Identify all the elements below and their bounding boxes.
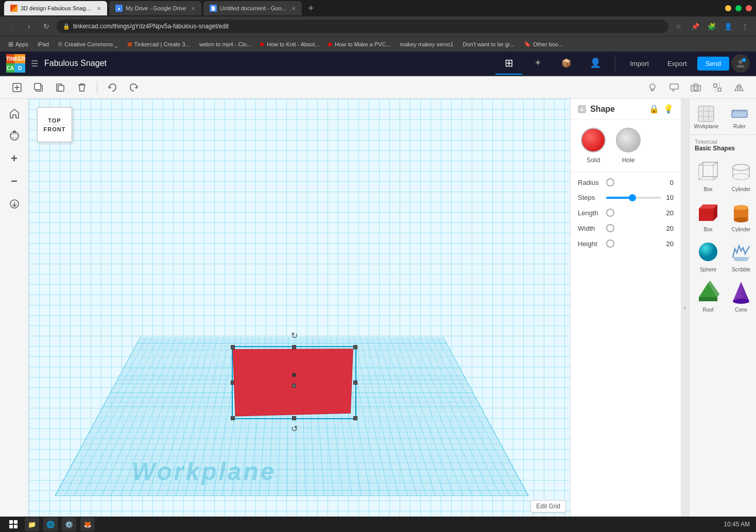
tab-grid-view[interactable]: ⊞ bbox=[495, 52, 522, 75]
undo-button[interactable] bbox=[104, 79, 121, 96]
tinkercad-logo[interactable]: TIN KER CA D bbox=[6, 54, 25, 73]
shape-cylinder-wireframe[interactable]: Cylinder bbox=[726, 156, 756, 194]
profile-button[interactable]: 👤 bbox=[721, 19, 735, 33]
taskbar-folder[interactable]: 📁 bbox=[25, 517, 39, 531]
taskbar-app4[interactable]: 🦊 bbox=[80, 517, 95, 531]
orbit-button[interactable] bbox=[4, 126, 25, 146]
shape-center-square[interactable] bbox=[292, 384, 296, 388]
tab-drive[interactable]: ▲ My Drive - Google Drive ✕ bbox=[109, 1, 201, 15]
ruler-item[interactable]: Ruler bbox=[723, 101, 757, 132]
delete-button[interactable] bbox=[73, 79, 91, 96]
export-button[interactable]: Export bbox=[659, 57, 695, 71]
red-box-shape[interactable] bbox=[232, 349, 353, 417]
shape-box-solid[interactable]: Box bbox=[693, 196, 724, 234]
align-button[interactable] bbox=[709, 79, 726, 96]
start-button[interactable] bbox=[6, 517, 21, 531]
ruler-item-label: Ruler bbox=[733, 124, 746, 129]
rotate-handle-top[interactable]: ↻ bbox=[291, 331, 298, 340]
svg-rect-14 bbox=[714, 84, 717, 87]
close-button[interactable] bbox=[746, 5, 752, 11]
solid-option[interactable]: Solid bbox=[581, 128, 606, 164]
redo-button[interactable] bbox=[125, 79, 143, 96]
taskbar-chrome[interactable]: 🌐 bbox=[43, 517, 58, 531]
extensions-puzzle[interactable]: 🧩 bbox=[705, 19, 719, 33]
tab-drive-close[interactable]: ✕ bbox=[191, 6, 195, 11]
bookmark-pvc[interactable]: ▶ How to Make a PVC... bbox=[324, 40, 394, 48]
grid-view-icon: ⊞ bbox=[505, 57, 513, 69]
new-shape-button[interactable] bbox=[8, 79, 26, 96]
shape-sphere[interactable]: Sphere bbox=[693, 236, 724, 274]
minimize-button[interactable] bbox=[725, 5, 731, 11]
shape-selection-box[interactable] bbox=[235, 349, 353, 416]
cylinder-wireframe-icon bbox=[728, 158, 754, 185]
workplane-item[interactable]: Workplane bbox=[690, 101, 723, 132]
height-radio[interactable] bbox=[606, 239, 614, 248]
svg-line-39 bbox=[699, 162, 703, 165]
menu-button[interactable]: ⋮ bbox=[737, 19, 752, 33]
steps-control[interactable] bbox=[606, 197, 661, 199]
mirror-button[interactable] bbox=[730, 79, 748, 96]
width-radio[interactable] bbox=[606, 224, 614, 232]
maximize-button[interactable] bbox=[735, 5, 742, 11]
viewport[interactable]: Workplane ↻ bbox=[29, 99, 570, 517]
panel-collapse-button[interactable]: › bbox=[681, 99, 689, 517]
camera-view-button[interactable] bbox=[687, 79, 705, 96]
zoom-out-button[interactable]: − bbox=[4, 171, 25, 192]
shape-scribble[interactable]: Scribble bbox=[726, 236, 756, 274]
bookmark-pvc-label: How to Make a PVC... bbox=[335, 41, 390, 47]
bookmark-other[interactable]: 🔖 Other boo... bbox=[520, 40, 567, 48]
bookmark-tinkercad[interactable]: ▣ Tinkercad | Create 3... bbox=[123, 40, 194, 48]
tab-tinkercad-close[interactable]: ✕ bbox=[97, 6, 101, 11]
address-bar[interactable]: 🔒 tinkercad.com/things/gYdz4PNpv5a-fabul… bbox=[57, 20, 668, 33]
bookmark-makey[interactable]: makey makey servo1 bbox=[396, 40, 458, 48]
bookmark-creative-commons[interactable]: © Creative Commons _ bbox=[54, 40, 122, 48]
bookmark-knit[interactable]: ▶ How to Knit - Absol... bbox=[256, 40, 323, 48]
bookmark-ipad[interactable]: iPad bbox=[33, 40, 53, 48]
hole-option[interactable]: Hole bbox=[616, 128, 641, 164]
bookmark-dont-want[interactable]: Don't want to be gr... bbox=[459, 40, 519, 48]
project-name: Fabulous Snaget bbox=[44, 59, 489, 68]
panel-collapse-arrow[interactable]: ▲ bbox=[578, 105, 586, 113]
tab-docs[interactable]: 📄 Untitled document - Goo... ✕ bbox=[203, 1, 301, 15]
speech-view-button[interactable] bbox=[665, 79, 683, 96]
duplicate-button[interactable] bbox=[30, 79, 47, 96]
bookmark-star-button[interactable]: ☆ bbox=[672, 19, 686, 33]
download-button[interactable] bbox=[4, 194, 25, 214]
hole-circle bbox=[616, 128, 641, 152]
refresh-button[interactable]: ↻ bbox=[39, 19, 54, 33]
copy-button[interactable] bbox=[51, 79, 69, 96]
send-button[interactable]: Send bbox=[697, 57, 729, 71]
menu-hamburger-button[interactable]: ☰ bbox=[31, 59, 38, 68]
tab-docs-close[interactable]: ✕ bbox=[291, 6, 296, 11]
tab-code-view[interactable]: 📦 bbox=[553, 52, 580, 75]
home-view-button[interactable] bbox=[4, 103, 25, 124]
rotate-handle-bottom[interactable]: ↺ bbox=[291, 424, 298, 434]
bookmark-webm[interactable]: webm to mp4 - Clo... bbox=[195, 40, 255, 48]
taskbar-settings[interactable]: ⚙️ bbox=[62, 517, 76, 531]
back-button[interactable]: ‹ bbox=[4, 19, 19, 33]
length-radio[interactable] bbox=[606, 209, 614, 217]
shape-box-wireframe[interactable]: Box bbox=[693, 156, 724, 194]
shape-cylinder-solid[interactable]: Cylinder bbox=[726, 196, 756, 234]
shape-cone[interactable]: Cone bbox=[726, 277, 756, 315]
extension-button[interactable]: 📌 bbox=[688, 19, 702, 33]
tab-3d-view[interactable]: ✦ bbox=[524, 52, 551, 75]
radius-radio[interactable] bbox=[606, 178, 614, 186]
bookmark-apps[interactable]: ⊞ Apps bbox=[4, 40, 32, 49]
shape-container[interactable]: ↻ bbox=[235, 349, 353, 416]
zoom-in-button[interactable]: + bbox=[4, 148, 25, 169]
tab-tinkercad[interactable]: 3D design Fabulous Snaget | Tin... ✕ bbox=[4, 1, 107, 15]
user-avatar-button[interactable]: + bbox=[731, 54, 750, 73]
bulb-view-button[interactable] bbox=[644, 79, 661, 96]
import-button[interactable]: Import bbox=[622, 57, 657, 71]
steps-slider[interactable] bbox=[606, 197, 661, 199]
cylinder-solid-label: Cylinder bbox=[732, 227, 751, 232]
tab-user[interactable]: 👤 bbox=[582, 52, 609, 75]
forward-button[interactable]: › bbox=[22, 19, 36, 33]
edit-grid-button[interactable]: Edit Grid bbox=[530, 500, 566, 512]
view-cube[interactable]: TOP FRONT bbox=[37, 107, 72, 142]
shape-info-icon[interactable]: 💡 bbox=[663, 104, 674, 114]
shape-lock-icon[interactable]: 🔒 bbox=[649, 104, 659, 114]
shape-roof[interactable]: Roof bbox=[693, 277, 724, 315]
new-tab-button[interactable]: + bbox=[304, 1, 318, 15]
